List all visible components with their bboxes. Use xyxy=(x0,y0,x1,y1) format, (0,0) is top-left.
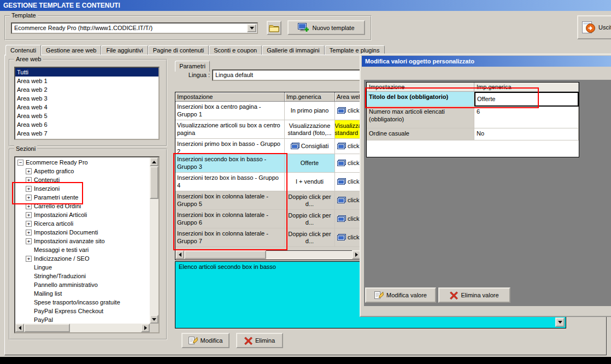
areaweb-item-area-web-7[interactable]: Area web 7 xyxy=(15,129,158,138)
param-generic-value[interactable]: In primo piano xyxy=(285,102,335,120)
tree-item-ricerca-articoli[interactable]: +Ricerca articoli xyxy=(16,219,149,228)
param-name[interactable]: Inserzioni box in colonna laterale - Gru… xyxy=(175,210,285,228)
param-row-inserzioni-box-in-colonna-laterale-gruppo-6[interactable]: Inserzioni box in colonna laterale - Gru… xyxy=(175,210,361,228)
expand-icon[interactable]: + xyxy=(26,238,32,244)
template-combobox-arrow[interactable] xyxy=(247,24,256,32)
param-row-inserzioni-box-a-centro-pagina-gruppo-1[interactable]: Inserzioni box a centro pagina - Gruppo … xyxy=(175,102,361,120)
param-areaweb-value[interactable]: click xyxy=(335,173,361,191)
tree-item-label[interactable]: Spese trasporto/incasso gratuite xyxy=(34,299,120,306)
param-generic-value[interactable]: Visualizzazione standard (foto,... xyxy=(285,120,335,139)
modal-row-numero-max-articoli-elencati-obbligatorio[interactable]: Numero max articoli elencati (obbligator… xyxy=(367,107,579,128)
scroll-down-button[interactable] xyxy=(150,315,158,324)
modal-param-value[interactable]: 6 xyxy=(474,107,579,128)
expand-icon[interactable]: + xyxy=(26,256,32,262)
tab-pagine-di-contenuti[interactable]: Pagine di contenuti xyxy=(148,45,209,55)
nuovo-template-button[interactable]: Nuovo template xyxy=(287,20,365,35)
tree-item-messaggi-e-testi-vari[interactable]: Messaggi e testi vari xyxy=(16,245,149,254)
modifica-valore-button[interactable]: Modifica valore xyxy=(365,287,436,303)
expand-icon[interactable]: + xyxy=(26,230,32,236)
tab-gestione-aree-web[interactable]: Gestione aree web xyxy=(41,45,101,55)
column-header-area-web[interactable]: Area web xyxy=(335,92,361,102)
tree-item-lingue[interactable]: Lingue xyxy=(16,263,149,272)
param-areaweb-value[interactable]: click xyxy=(335,210,361,228)
elimina-valore-button[interactable]: Elimina valore xyxy=(438,287,510,303)
modal-param-name[interactable]: Titolo del box (obbligatorio) xyxy=(367,92,474,107)
collapse-icon[interactable]: − xyxy=(17,160,24,166)
tree-item-label[interactable]: Impostazioni Documenti xyxy=(34,229,98,236)
param-name[interactable]: Inserzioni box a centro pagina - Gruppo … xyxy=(175,102,285,120)
param-name[interactable]: Inserzioni primo box in basso - Gruppo 2 xyxy=(175,139,285,154)
tree-item-paypal[interactable]: PayPal xyxy=(16,315,149,323)
areaweb-item-area-web-6[interactable]: Area web 6 xyxy=(15,120,158,129)
modal-param-value[interactable]: No xyxy=(474,128,579,140)
modifica-button[interactable]: Modifica xyxy=(181,333,230,348)
tree-item-label[interactable]: Inserzioni xyxy=(34,185,60,192)
horizontal-scroll-thumb[interactable] xyxy=(184,250,266,259)
tree-item-label[interactable]: Mailing list xyxy=(34,290,62,297)
param-areaweb-value[interactable]: click xyxy=(335,102,361,120)
tree-item-impostazioni-avanzate-sito[interactable]: +Impostazioni avanzate sito xyxy=(16,237,149,245)
areaweb-item-area-web-5[interactable]: Area web 5 xyxy=(15,111,158,120)
expand-icon[interactable]: + xyxy=(26,168,32,174)
tree-item-label[interactable]: PayPal Express Checkout xyxy=(34,308,103,314)
tree-horizontal-scrollbar[interactable] xyxy=(15,324,150,332)
dialog-column-header-impostazione[interactable]: Impostazione xyxy=(367,83,474,92)
scroll-left-button[interactable] xyxy=(175,250,184,259)
tree-item-label[interactable]: Contenuti xyxy=(34,177,60,183)
scroll-left-button[interactable] xyxy=(15,324,24,332)
horizontal-scroll-thumb[interactable] xyxy=(24,324,70,332)
tree-item-label[interactable]: Aspetto grafico xyxy=(34,168,74,174)
tab-file-aggiuntivi[interactable]: File aggiuntivi xyxy=(101,45,148,55)
browse-template-button[interactable] xyxy=(267,21,281,35)
tree-item-spese-trasporto-incasso-gratuite[interactable]: Spese trasporto/incasso gratuite xyxy=(16,298,149,307)
tree-item-label[interactable]: Impostazioni avanzate sito xyxy=(34,238,105,244)
tree-item-label[interactable]: Pannello amministrativo xyxy=(34,281,98,288)
tab-contenuti[interactable]: Contenuti xyxy=(5,45,41,56)
param-areaweb-value[interactable]: click xyxy=(335,139,361,154)
param-name[interactable]: Inserzioni terzo box in basso - Gruppo 4 xyxy=(175,173,285,191)
param-row-inserzioni-box-in-colonna-laterale-gruppo-5[interactable]: Inserzioni box in colonna laterale - Gru… xyxy=(175,191,361,210)
tree-item-impostazioni-documenti[interactable]: +Impostazioni Documenti xyxy=(16,228,149,237)
param-name[interactable]: Inserzioni secondo box in basso - Gruppo… xyxy=(175,154,285,173)
tree-item-indicizzazione-seo[interactable]: +Indicizzazione / SEO xyxy=(16,254,149,263)
expand-icon[interactable]: + xyxy=(26,186,32,192)
param-name[interactable]: Visualizzazione articoli su box a centro… xyxy=(175,120,285,139)
table-horizontal-scrollbar[interactable] xyxy=(175,250,361,260)
tree-item-label[interactable]: Impostazioni Articoli xyxy=(34,212,87,218)
expand-icon[interactable]: + xyxy=(26,221,32,227)
tree-item-carrello-ed-ordini[interactable]: +Carrello ed Ordini xyxy=(16,202,149,210)
vertical-scroll-thumb[interactable] xyxy=(150,166,158,199)
tree-item-ecommerce-ready-pro[interactable]: −Ecommerce Ready Pro xyxy=(16,158,149,167)
modal-row-titolo-del-box-obbligatorio[interactable]: Titolo del box (obbligatorio)Offerte xyxy=(367,92,579,107)
tree-item-label[interactable]: Lingue xyxy=(34,264,52,271)
tree-item-label[interactable]: Ricerca articoli xyxy=(34,220,73,227)
param-row-inserzioni-terzo-box-in-basso-gruppo-4[interactable]: Inserzioni terzo box in basso - Gruppo 4… xyxy=(175,173,361,191)
areaweb-item-area-web-1[interactable]: Area web 1 xyxy=(15,77,158,85)
lingua-combobox[interactable]: Lingua default xyxy=(212,69,376,81)
tree-vertical-scrollbar[interactable] xyxy=(150,157,158,324)
tree-item-aspetto-grafico[interactable]: +Aspetto grafico xyxy=(16,167,149,175)
param-row-visualizzazione-articoli-su-box-a-centro-pagina[interactable]: Visualizzazione articoli su box a centro… xyxy=(175,120,361,139)
tree-item-label[interactable]: Carrello ed Ordini xyxy=(34,203,81,209)
param-generic-value[interactable]: Doppio click per d... xyxy=(285,210,335,228)
areaweb-item-area-web-3[interactable]: Area web 3 xyxy=(15,94,158,103)
tree-item-label[interactable]: PayPal xyxy=(34,316,53,323)
expand-icon[interactable]: + xyxy=(26,203,32,209)
tree-item-label[interactable]: Messaggi e testi vari xyxy=(34,246,89,253)
param-generic-value[interactable]: Doppio click per d... xyxy=(285,228,335,247)
param-generic-value[interactable]: Consigliati xyxy=(285,139,335,154)
tab-sconti-e-coupon[interactable]: Sconti e coupon xyxy=(209,45,262,55)
tree-item-contenuti[interactable]: +Contenuti xyxy=(16,175,149,184)
expand-icon[interactable]: + xyxy=(26,212,32,218)
exit-button[interactable]: Uscita xyxy=(577,15,611,39)
param-row-inserzioni-primo-box-in-basso-gruppo-2[interactable]: Inserzioni primo box in basso - Gruppo 2… xyxy=(175,139,361,154)
expand-icon[interactable]: + xyxy=(26,195,32,201)
tree-item-stringhe-traduzioni[interactable]: Stringhe/Traduzioni xyxy=(16,272,149,280)
areaweb-item-area-web-4[interactable]: Area web 4 xyxy=(15,103,158,111)
param-name[interactable]: Inserzioni box in colonna laterale - Gru… xyxy=(175,228,285,247)
param-row-inserzioni-secondo-box-in-basso-gruppo-3[interactable]: Inserzioni secondo box in basso - Gruppo… xyxy=(175,154,361,173)
areaweb-item-tutti[interactable]: Tutti xyxy=(15,68,158,77)
scroll-up-button[interactable] xyxy=(150,157,158,166)
expand-icon[interactable]: + xyxy=(26,177,32,183)
param-generic-value[interactable]: Offerte xyxy=(285,154,335,173)
